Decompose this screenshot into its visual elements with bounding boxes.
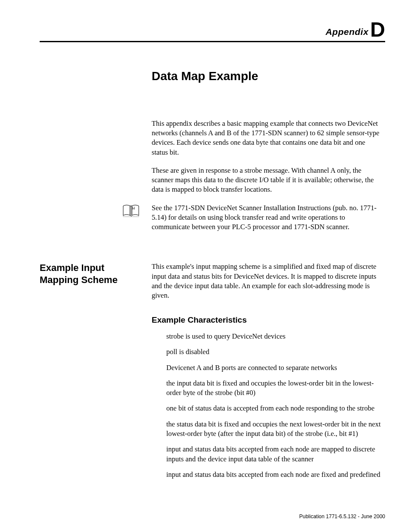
appendix-label: Appendix — [326, 27, 369, 37]
list-item: Devicenet A and B ports are connected to… — [166, 363, 381, 373]
section2-paragraph-1: This example's input mapping scheme is a… — [152, 262, 381, 300]
list-item: the status data bit is fixed and occupie… — [166, 420, 381, 439]
characteristics-list: strobe is used to query DeviceNet device… — [152, 332, 381, 479]
svg-line-2 — [130, 215, 132, 216]
publication-footer: Publication 1771-6.5.132 - June 2000 — [299, 513, 385, 520]
list-item: input and status data bits accepted from… — [166, 470, 381, 479]
list-item: strobe is used to query DeviceNet device… — [166, 332, 381, 341]
appendix-letter: D — [370, 18, 385, 41]
intro-paragraph-2: These are given in response to a strobe … — [152, 166, 381, 195]
list-item: one bit of status data is accepted from … — [166, 404, 381, 413]
page-title: Data Map Example — [152, 68, 381, 84]
sub-heading-characteristics: Example Characteristics — [152, 314, 381, 326]
intro-paragraph-3: See the 1771-SDN DeviceNet Scanner Insta… — [152, 203, 381, 232]
book-icon — [122, 204, 140, 217]
list-item: poll is disabled — [166, 347, 381, 357]
list-item: the input data bit is fixed and occupies… — [166, 379, 381, 398]
side-heading-input-mapping: Example Input Mapping Scheme — [40, 262, 143, 286]
intro-paragraph-1: This appendix describes a basic mapping … — [152, 119, 381, 157]
page-header: AppendixD — [40, 19, 385, 42]
list-item: input and status data bits accepted from… — [166, 445, 381, 464]
